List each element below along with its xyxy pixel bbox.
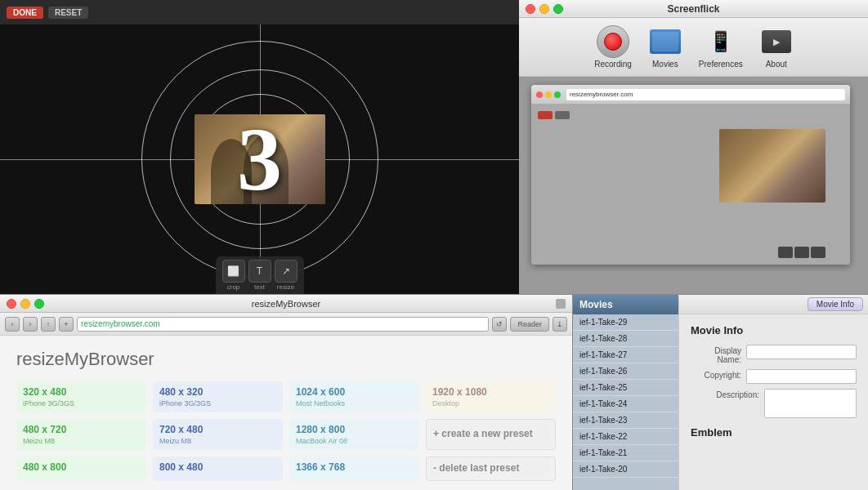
mini-toolbar-buttons	[538, 111, 570, 119]
display-name-row: Display Name:	[691, 345, 857, 364]
presets-grid: 320 x 480 iPhone 3G/3GS 480 x 320 iPhone…	[16, 381, 556, 481]
traffic-lights	[526, 4, 563, 14]
preset-480x800-size: 480 x 800	[23, 461, 140, 473]
description-textarea[interactable]	[764, 389, 857, 418]
preset-480x720-size: 480 x 720	[23, 424, 140, 435]
browser-maximize-btn[interactable]	[34, 299, 44, 309]
delete-preset-label: - delete last preset	[433, 462, 519, 474]
display-name-input[interactable]	[746, 345, 857, 359]
preset-800x480-size: 800 x 480	[159, 461, 276, 473]
movie-item-26[interactable]: ief-1-Take-26	[573, 363, 678, 380]
browser-address-bar: ‹ › ↑ + resizemybrowser.com ↺ Reader ⤓	[0, 313, 572, 336]
app-title: Screenflick	[667, 3, 719, 15]
maximize-button[interactable]	[553, 4, 563, 14]
preset-1280x800-desc: MacBook Air 08	[296, 437, 413, 445]
movie-info-header-bar: Movie Info	[679, 295, 868, 314]
preset-1920x1080-size: 1920 x 1080	[432, 386, 549, 398]
about-icon-wrap	[760, 25, 793, 58]
text-tool-label: text	[254, 283, 265, 291]
record-button-icon	[597, 25, 629, 58]
browser-close-btn[interactable]	[7, 299, 16, 309]
movies-header-label: Movies	[579, 299, 613, 310]
preset-720x480-desc: Meizu M8	[159, 437, 276, 445]
preset-1920x1080[interactable]: 1920 x 1080 Desktop	[426, 381, 556, 412]
editor-area: DONE RESET 3 ⬜ crop T text ↗	[0, 0, 519, 294]
copyright-input[interactable]	[746, 369, 857, 384]
movies-toolbar-item[interactable]: Movies	[642, 22, 688, 72]
movie-item-22[interactable]: ief-1-Take-22	[573, 429, 678, 445]
preset-720x480-size: 720 x 480	[159, 424, 276, 435]
downloads-button[interactable]: ⤓	[553, 317, 567, 332]
preset-480x320[interactable]: 480 x 320 iPhone 3G/3GS	[153, 381, 283, 412]
done-button[interactable]: DONE	[7, 7, 43, 19]
movies-icon	[650, 29, 681, 54]
crop-tool-button[interactable]: ⬜	[222, 260, 245, 283]
mini-tool-1	[778, 247, 793, 258]
mini-browser-content	[531, 105, 850, 265]
browser-traffic-lights	[7, 299, 44, 309]
about-toolbar-item[interactable]: About	[754, 22, 799, 72]
mini-url-bar: resizemybrowser.com	[566, 89, 845, 100]
minimize-button[interactable]	[539, 4, 549, 14]
back-button[interactable]: ‹	[5, 317, 20, 332]
bottom-section: resizeMyBrowser ‹ › ↑ + resizemybrowser.…	[0, 294, 868, 490]
editor-bottom-toolbar: ⬜ crop T text ↗ resize	[216, 256, 304, 294]
movie-item-23[interactable]: ief-1-Take-23	[573, 412, 678, 429]
refresh-button[interactable]: ↺	[492, 317, 507, 332]
preset-1920x1080-desc: Desktop	[432, 399, 549, 408]
add-tab-button[interactable]: +	[59, 317, 74, 332]
display-name-label: Display Name:	[691, 345, 746, 364]
url-bar[interactable]: resizemybrowser.com	[77, 317, 489, 332]
movie-item-20[interactable]: ief-1-Take-20	[573, 461, 678, 478]
movie-item-21[interactable]: ief-1-Take-21	[573, 445, 678, 461]
mini-tools-bar	[778, 247, 825, 258]
text-tool-button[interactable]: T	[248, 260, 271, 283]
browser-titlebar: resizeMyBrowser	[0, 295, 572, 313]
close-button[interactable]	[526, 4, 535, 14]
reset-button[interactable]: RESET	[48, 7, 88, 19]
copyright-label: Copyright:	[691, 369, 746, 380]
preset-800x480[interactable]: 800 x 480	[153, 457, 283, 481]
movie-item-27[interactable]: ief-1-Take-27	[573, 347, 678, 363]
preset-480x800[interactable]: 480 x 800	[16, 457, 146, 481]
preset-1024x600-desc: Most Netbooks	[296, 399, 413, 408]
preset-480x720[interactable]: 480 x 720 Meizu M8	[16, 419, 146, 450]
preferences-toolbar-item[interactable]: 📱 Preferences	[692, 22, 749, 72]
movie-item-24[interactable]: ief-1-Take-24	[573, 396, 678, 412]
mini-tool-2	[794, 247, 809, 258]
forward-button[interactable]: ›	[23, 317, 38, 332]
text-tool-group: T text	[248, 260, 271, 291]
preset-480x320-size: 480 x 320	[159, 386, 276, 398]
preset-1280x800[interactable]: 1280 x 800 MacBook Air 08	[289, 419, 419, 450]
movie-info-content: Movie Info Display Name: Copyright: Desc…	[679, 314, 868, 452]
preset-1024x600[interactable]: 1024 x 600 Most Netbooks	[289, 381, 419, 412]
movie-item-25[interactable]: ief-1-Take-25	[573, 380, 678, 396]
upload-button[interactable]: ↑	[41, 317, 56, 332]
browser-resize-handle[interactable]	[556, 299, 566, 309]
create-preset-btn[interactable]: + create a new preset	[426, 419, 556, 450]
preset-720x480[interactable]: 720 x 480 Meizu M8	[153, 419, 283, 450]
movie-item-28[interactable]: ief-1-Take-28	[573, 331, 678, 347]
resize-tool-group: ↗ resize	[275, 260, 298, 291]
preset-320x480[interactable]: 320 x 480 iPhone 3G/3GS	[16, 381, 146, 412]
preferences-icon: 📱	[709, 30, 733, 53]
movie-item-29[interactable]: ief-1-Take-29	[573, 314, 678, 331]
delete-preset-btn[interactable]: - delete last preset	[426, 457, 556, 481]
site-heading: resizeMyBrowser	[16, 349, 556, 370]
countdown-display: 3	[237, 108, 282, 212]
mini-reset-btn	[555, 111, 570, 119]
preset-320x480-desc: iPhone 3G/3GS	[23, 399, 140, 408]
movie-info-button[interactable]: Movie Info	[808, 297, 863, 311]
crop-tool-label: crop	[227, 283, 240, 291]
movie-info-section-title: Movie Info	[691, 324, 857, 336]
copyright-row: Copyright:	[691, 369, 857, 384]
mini-browser-preview: resizemybrowser.com	[531, 85, 850, 265]
resize-tool-button[interactable]: ↗	[275, 260, 298, 283]
preset-1366x768[interactable]: 1366 x 768	[289, 457, 419, 481]
reader-button[interactable]: Reader	[510, 317, 549, 332]
browser-minimize-btn[interactable]	[20, 299, 30, 309]
recording-toolbar-item[interactable]: Recording	[588, 22, 638, 72]
preset-480x320-desc: iPhone 3G/3GS	[159, 399, 276, 408]
browser-content: resizeMyBrowser 320 x 480 iPhone 3G/3GS …	[0, 336, 572, 490]
movies-icon-wrap	[649, 25, 682, 58]
